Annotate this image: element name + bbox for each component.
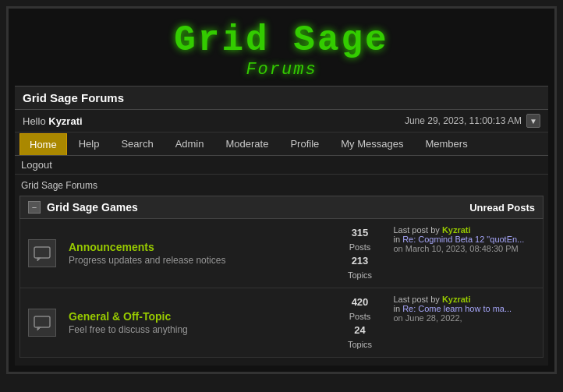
topics-count-2: 24 [354, 324, 365, 336]
lastpost-label-1: Last post [394, 225, 429, 235]
forum-row-announcements: Announcements Progress updates and relea… [20, 219, 544, 288]
section-header-left: − Grid Sage Games [28, 201, 138, 214]
lastpost-on-2: on [394, 313, 403, 323]
logout-link[interactable]: Logout [21, 159, 52, 171]
topics-count-1: 213 [352, 255, 369, 267]
lastpost-date-1: March 10, 2023, 08:48:30 PM [405, 244, 519, 253]
topics-label-1: Topics [348, 270, 372, 280]
forum-info-cell-1: Announcements Progress updates and relea… [64, 219, 333, 288]
lastpost-label-2: Last post [394, 295, 429, 304]
posts-label-1: Posts [349, 242, 371, 252]
forums-table: Announcements Progress updates and relea… [19, 219, 544, 358]
lastpost-in-1: in [394, 235, 401, 244]
breadcrumb: Grid Sage Forums [15, 175, 548, 196]
forum-desc-announcements: Progress updates and release notices [69, 255, 328, 266]
lastpost-by-1: by [430, 225, 440, 235]
secondary-nav: Logout [15, 156, 548, 175]
nav-members[interactable]: Members [415, 132, 477, 155]
hello-section: Hello Kyzrati [23, 115, 83, 127]
posts-label-2: Posts [349, 312, 371, 321]
posts-count-1: 315 [352, 227, 369, 238]
speech-bubble-icon [33, 244, 51, 263]
forum-lastpost-announcements: Last post by Kyzrati in Re: Cogmind Beta… [388, 219, 544, 288]
lastpost-user-2[interactable]: Kyzrati [442, 295, 471, 304]
nav-search[interactable]: Search [111, 132, 163, 155]
breadcrumb-text: Grid Sage Forums [21, 180, 97, 191]
forum-stats-general: 420 Posts 24 Topics [333, 288, 388, 358]
logo-subtitle: Forums [15, 60, 548, 79]
forum-icon-2 [28, 309, 56, 337]
speech-bubble-icon-2 [33, 313, 51, 332]
nav-bar: Home Help Search Admin Moderate Profile … [15, 132, 548, 156]
nav-admin[interactable]: Admin [165, 132, 214, 155]
page-wrapper: Grid Sage Forums Grid Sage Forums Hello … [6, 6, 557, 374]
forum-stats-announcements: 315 Posts 213 Topics [333, 219, 388, 288]
lastpost-topic-2[interactable]: Re: Come learn how to ma... [402, 304, 512, 313]
site-title: Grid Sage Forums [23, 91, 124, 104]
forum-row-general: General & Off-Topic Feel free to discuss… [20, 288, 544, 358]
lastpost-in-2: in [394, 304, 401, 313]
datetime-chevron-button[interactable]: ▼ [526, 114, 540, 128]
forum-icon-cell-1 [20, 219, 65, 288]
main-content: − Grid Sage Games Unread Posts [15, 196, 548, 366]
lastpost-user-1[interactable]: Kyzrati [442, 225, 471, 235]
header-bar: Grid Sage Forums [15, 86, 548, 110]
logo-title: Grid Sage [15, 23, 548, 58]
posts-count-2: 420 [352, 296, 369, 308]
lastpost-date-2: June 28, 2022, [405, 313, 462, 323]
section-header: − Grid Sage Games Unread Posts [19, 196, 544, 219]
datetime-area: June 29, 2023, 11:00:13 AM ▼ [405, 114, 540, 128]
lastpost-on-1: on [394, 244, 403, 253]
logged-in-user: Kyzrati [48, 115, 82, 127]
collapse-button[interactable]: − [28, 201, 41, 214]
nav-moderate[interactable]: Moderate [216, 132, 279, 155]
nav-my-messages[interactable]: My Messages [331, 132, 413, 155]
forum-lastpost-general: Last post by Kyzrati in Re: Come learn h… [388, 288, 544, 358]
hello-label: Hello [23, 115, 46, 127]
forum-desc-general: Feel free to discuss anything [69, 324, 328, 335]
nav-help[interactable]: Help [69, 132, 110, 155]
svg-rect-0 [34, 247, 50, 258]
forum-name-general[interactable]: General & Off-Topic [69, 310, 171, 323]
forum-info-cell-2: General & Off-Topic Feel free to discuss… [64, 288, 333, 358]
forum-icon-cell-2 [20, 288, 65, 358]
unread-posts-label: Unread Posts [469, 202, 535, 214]
nav-home[interactable]: Home [19, 133, 67, 155]
hello-bar: Hello Kyzrati June 29, 2023, 11:00:13 AM… [15, 110, 548, 132]
lastpost-topic-1[interactable]: Re: Cogmind Beta 12 "quotEn... [402, 235, 524, 244]
section-title: Grid Sage Games [47, 201, 138, 214]
logo-area: Grid Sage Forums [15, 15, 548, 86]
nav-profile[interactable]: Profile [280, 132, 329, 155]
svg-rect-1 [34, 316, 50, 327]
lastpost-by-2: by [430, 295, 440, 304]
forum-name-announcements[interactable]: Announcements [69, 241, 154, 253]
topics-label-2: Topics [348, 340, 372, 349]
current-datetime: June 29, 2023, 11:00:13 AM [405, 115, 522, 126]
forum-icon-1 [28, 239, 56, 267]
